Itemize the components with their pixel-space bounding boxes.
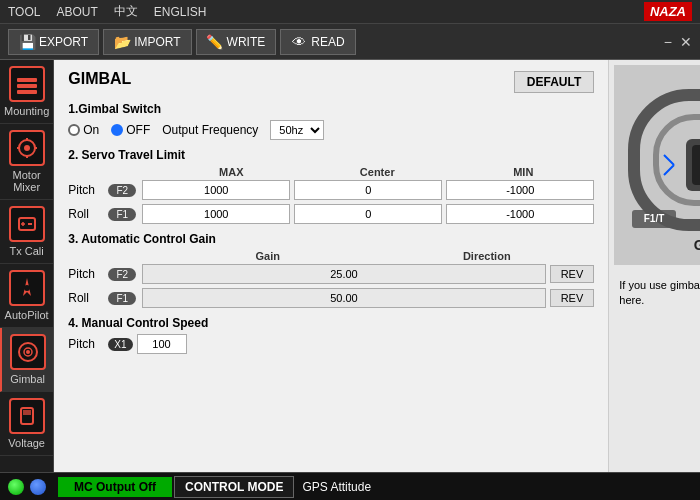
sidebar-item-voltage[interactable]: Voltage xyxy=(0,392,53,456)
autopilot-icon xyxy=(9,270,45,306)
radio-on-label: On xyxy=(83,123,99,137)
write-button[interactable]: ✏️ WRITE xyxy=(196,29,277,55)
minimize-button[interactable]: − xyxy=(664,34,672,50)
svg-rect-12 xyxy=(28,223,32,225)
status-bar: MC Output Off CONTROL MODE GPS Attitude xyxy=(0,472,700,500)
roll-gain-input[interactable] xyxy=(142,288,545,308)
roll-label: Roll xyxy=(68,207,104,221)
sidebar-item-autopilot[interactable]: AutoPilot xyxy=(0,264,53,328)
pitch-label: Pitch xyxy=(68,183,104,197)
pitch-gain-input[interactable] xyxy=(142,264,545,284)
import-icon: 📂 xyxy=(114,34,130,50)
servo-table: MAX Center MIN Pitch F2 Roll F1 xyxy=(68,166,594,224)
menu-bar: TOOL ABOUT 中文 ENGLISH NAZA xyxy=(0,0,700,24)
content-area: GIMBAL DEFAULT 1.Gimbal Switch On OFF Ou… xyxy=(54,60,700,472)
read-button[interactable]: 👁 READ xyxy=(280,29,355,55)
pitch-rev-button[interactable]: REV xyxy=(550,265,595,283)
menu-tool[interactable]: TOOL xyxy=(8,5,40,19)
gimbal-label: Gimbal xyxy=(10,373,45,385)
motor-icon xyxy=(9,130,45,166)
speed-value-input[interactable] xyxy=(137,334,187,354)
write-icon: ✏️ xyxy=(207,34,223,50)
import-button[interactable]: 📂 IMPORT xyxy=(103,29,191,55)
gimbal-panel: GIMBAL DEFAULT 1.Gimbal Switch On OFF Ou… xyxy=(54,60,608,472)
close-button[interactable]: ✕ xyxy=(680,34,692,50)
servo-header: MAX Center MIN xyxy=(68,166,594,178)
sidebar-item-motor-mixer[interactable]: Motor Mixer xyxy=(0,124,53,200)
export-button[interactable]: 💾 EXPORT xyxy=(8,29,99,55)
radio-off[interactable]: OFF xyxy=(111,123,150,137)
export-icon: 💾 xyxy=(19,34,35,50)
svg-rect-0 xyxy=(17,78,37,82)
roll-gain-row: Roll F1 REV xyxy=(68,288,594,308)
pitch-channel: F2 xyxy=(108,184,136,197)
menu-english[interactable]: ENGLISH xyxy=(154,5,207,19)
mounting-label: Mounting xyxy=(4,105,49,117)
voltage-icon xyxy=(9,398,45,434)
mc-output-status: MC Output Off xyxy=(58,477,172,497)
pitch-min-input[interactable] xyxy=(446,180,594,200)
read-icon: 👁 xyxy=(291,34,307,50)
mounting-icon xyxy=(9,66,45,102)
col-direction: Direction xyxy=(379,250,594,262)
autopilot-label: AutoPilot xyxy=(5,309,49,321)
tx-cali-label: Tx Cali xyxy=(10,245,44,257)
freq-select[interactable]: 50hz xyxy=(270,120,324,140)
diagram-panel: Ground knob xyxy=(608,60,700,472)
gps-attitude-status: GPS Attitude xyxy=(302,480,371,494)
roll-max-input[interactable] xyxy=(142,204,290,224)
panel-title: GIMBAL xyxy=(68,70,131,88)
menu-about[interactable]: ABOUT xyxy=(56,5,97,19)
sidebar: Mounting Motor Mixer xyxy=(0,60,54,472)
svg-point-14 xyxy=(24,285,30,291)
green-dot xyxy=(8,479,24,495)
svg-point-4 xyxy=(24,145,30,151)
roll-rev-button[interactable]: REV xyxy=(550,289,595,307)
voltage-label: Voltage xyxy=(8,437,45,449)
section3-title: 3. Automatic Control Gain xyxy=(68,232,594,246)
col-min: MIN xyxy=(452,166,594,178)
roll-row: Roll F1 xyxy=(68,204,594,224)
toolbar: 💾 EXPORT 📂 IMPORT ✏️ WRITE 👁 READ − ✕ xyxy=(0,24,700,60)
manual-row: Pitch X1 xyxy=(68,334,594,354)
freq-label: Output Frequency xyxy=(162,123,258,137)
pitch-center-input[interactable] xyxy=(294,180,442,200)
main-layout: Mounting Motor Mixer xyxy=(0,60,700,472)
svg-point-17 xyxy=(26,350,30,354)
roll-gain-channel: F1 xyxy=(108,292,136,305)
col-max: MAX xyxy=(160,166,302,178)
control-mode-button[interactable]: CONTROL MODE xyxy=(174,476,294,498)
svg-text:Ground: Ground xyxy=(693,237,700,253)
pitch-max-input[interactable] xyxy=(142,180,290,200)
diagram-image: Ground knob xyxy=(614,65,700,265)
section1-title: 1.Gimbal Switch xyxy=(68,102,594,116)
pitch-gain-label: Pitch xyxy=(68,267,104,281)
motor-mixer-label: Motor Mixer xyxy=(4,169,49,193)
pitch-gain-row: Pitch F2 REV xyxy=(68,264,594,284)
roll-center-input[interactable] xyxy=(294,204,442,224)
roll-min-input[interactable] xyxy=(446,204,594,224)
svg-rect-2 xyxy=(17,90,37,94)
blue-dot xyxy=(30,479,46,495)
pitch-row: Pitch F2 xyxy=(68,180,594,200)
pitch-gain-channel: F2 xyxy=(108,268,136,281)
radio-off-circle xyxy=(111,124,123,136)
sidebar-item-mounting[interactable]: Mounting xyxy=(0,60,53,124)
naza-logo: NAZA xyxy=(644,2,692,21)
gain-table: Gain Direction Pitch F2 REV Roll F1 REV xyxy=(68,250,594,308)
section4-title: 4. Manual Control Speed xyxy=(68,316,594,330)
radio-off-label: OFF xyxy=(126,123,150,137)
diagram-note: If you use gimbal, please choose On here… xyxy=(609,270,700,317)
switch-row: On OFF Output Frequency 50hz xyxy=(68,120,594,140)
menu-chinese[interactable]: 中文 xyxy=(114,3,138,20)
sidebar-item-tx-cali[interactable]: Tx Cali xyxy=(0,200,53,264)
svg-rect-25 xyxy=(692,145,700,185)
sidebar-item-gimbal[interactable]: Gimbal xyxy=(0,328,53,392)
gain-header: Gain Direction xyxy=(68,250,594,262)
tx-icon xyxy=(9,206,45,242)
radio-on[interactable]: On xyxy=(68,123,99,137)
section2-title: 2. Servo Travel Limit xyxy=(68,148,594,162)
radio-on-circle xyxy=(68,124,80,136)
default-button[interactable]: DEFAULT xyxy=(514,71,594,93)
gimbal-icon xyxy=(10,334,46,370)
